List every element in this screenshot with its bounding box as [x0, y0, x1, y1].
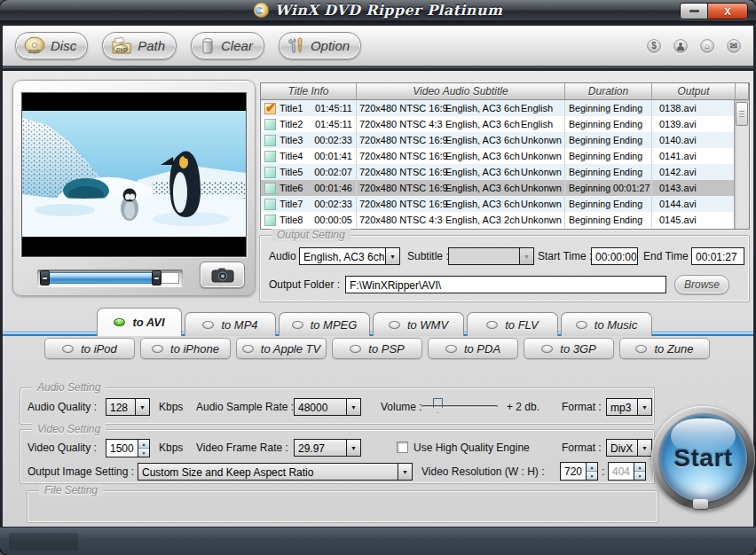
account-icon[interactable] — [673, 39, 688, 53]
table-row[interactable]: Title7 00:02:33 720x480 NTSC 16:9 Englis… — [261, 196, 734, 212]
video-format-select[interactable]: DivX ▼ — [606, 439, 652, 457]
title-status-icon[interactable] — [264, 135, 276, 146]
table-scrollbar[interactable] — [734, 100, 749, 229]
clear-button[interactable]: Clear — [191, 32, 264, 59]
path-button[interactable]: DVD Path — [102, 32, 177, 59]
output-folder-field[interactable]: F:\WinXRipper\AVI\ — [345, 276, 666, 293]
table-row[interactable]: Title4 00:01:41 720x480 NTSC 16:9 Englis… — [261, 148, 734, 164]
title-length: 00:02:33 — [314, 199, 356, 209]
audio-select[interactable]: English, AC3 6ch ▼ — [299, 247, 400, 265]
tab-to-mp4[interactable]: to MP4 — [185, 312, 276, 336]
title-status-icon[interactable] — [264, 119, 276, 130]
table-row[interactable]: Title6 00:01:46 720x480 NTSC 16:9 Englis… — [261, 180, 734, 196]
title-info-cell: Title1 01:45:11 — [261, 100, 357, 116]
table-row[interactable]: Title2 01:45:11 720x480 NTSC 4:3 English… — [261, 116, 734, 132]
audio-format-select[interactable]: mp3 ▼ — [606, 398, 652, 416]
tab-to-3gp[interactable]: to 3GP — [524, 338, 614, 359]
video-audio-subtitle-cell: 720x480 NTSC 16:9 English, AC3 6ch Unkon… — [357, 180, 565, 196]
frame-rate-select[interactable]: 29.97 ▼ — [294, 439, 361, 457]
output-cell: 0139.avi — [652, 116, 736, 132]
output-cell: 0138.avi — [652, 100, 736, 116]
audio-format-label: Format : — [562, 401, 602, 413]
buy-icon[interactable]: $ — [647, 39, 661, 53]
tab-label: to Apple TV — [261, 342, 320, 356]
chevron-down-icon: ▼ — [135, 399, 149, 415]
tab-to-music[interactable]: to Music — [561, 312, 652, 336]
scrollbar-thumb[interactable] — [736, 102, 748, 126]
hq-engine-checkbox[interactable] — [397, 442, 408, 453]
title-length: 00:01:46 — [314, 183, 356, 193]
tab-to-avi[interactable]: to AVI — [97, 308, 182, 336]
tab-led-icon — [350, 345, 361, 353]
tab-to-apple-tv[interactable]: to Apple TV — [236, 338, 327, 359]
sample-rate-select[interactable]: 48000 ▼ — [294, 398, 361, 416]
tab-to-zune[interactable]: to Zune — [619, 338, 710, 359]
disc-button[interactable]: DVD Disc — [15, 32, 88, 59]
close-button[interactable]: X — [708, 4, 747, 19]
tab-to-flv[interactable]: to FLV — [467, 312, 558, 336]
audio-spec: English, AC3 6ch — [445, 167, 521, 177]
mail-icon[interactable]: ✉ — [727, 39, 741, 53]
svg-text:DVD: DVD — [28, 49, 40, 54]
column-header-video-audio-subtitle[interactable]: Video Audio Subtitle — [357, 83, 565, 100]
volume-db-value: + 2 db. — [507, 401, 539, 413]
volume-slider-thumb[interactable] — [433, 398, 443, 413]
table-row[interactable]: Title3 00:02:33 720x480 NTSC 16:9 Englis… — [261, 132, 734, 148]
resolution-separator: : — [602, 465, 604, 478]
start-button-label: Start — [673, 444, 732, 473]
table-row[interactable]: Title8 00:00:05 720x480 NTSC 4:3 English… — [261, 212, 734, 228]
chevron-down-icon: ▼ — [637, 440, 651, 456]
start-time-field[interactable]: 00:00:00 — [591, 247, 638, 265]
tab-to-iphone[interactable]: to iPhone — [140, 338, 231, 359]
table-row[interactable]: Title1 01:45:11 720x480 NTSC 16:9 Englis… — [261, 100, 734, 116]
spinner-arrows-icon[interactable]: ▲▼ — [634, 463, 645, 480]
end-time-field[interactable]: 00:01:27 — [691, 247, 744, 265]
video-format-label: Format : — [562, 442, 602, 454]
tab-to-psp[interactable]: to PSP — [332, 338, 422, 359]
tab-to-mpeg[interactable]: to MPEG — [279, 312, 370, 336]
column-header-title-info[interactable]: Title Info — [261, 83, 357, 100]
title-status-icon[interactable] — [264, 167, 276, 178]
video-preview-screen[interactable] — [21, 92, 247, 257]
resolution-height-spinner[interactable]: 404 ▲▼ — [608, 462, 646, 481]
resolution-width-spinner[interactable]: 720 ▲▼ — [560, 462, 598, 481]
audio-quality-select[interactable]: 128 ▼ — [106, 398, 150, 416]
volume-slider-track[interactable] — [421, 405, 498, 408]
column-header-output[interactable]: Output — [652, 83, 736, 100]
video-audio-subtitle-cell: 720x480 NTSC 4:3 English, AC3 2ch Unkonw… — [357, 212, 565, 228]
output-setting-group: Output Setting Audio : English, AC3 6ch … — [259, 235, 750, 302]
spinner-arrows-icon[interactable]: ▲▼ — [138, 440, 149, 457]
volume-label: Volume : — [381, 401, 422, 413]
browse-button[interactable]: Browse — [674, 275, 729, 294]
window-title: WinX DVD Ripper Platinum — [275, 2, 503, 19]
tab-to-pda[interactable]: to PDA — [428, 338, 518, 359]
title-status-icon[interactable] — [264, 151, 276, 162]
trim-start-handle[interactable] — [40, 270, 50, 285]
title-info-cell: Title8 00:00:05 — [261, 212, 357, 228]
home-icon[interactable]: ⌂ — [700, 39, 714, 53]
subtitle-label: Subtitle : — [407, 250, 449, 262]
tab-led-icon — [202, 321, 214, 329]
title-info-cell: Title3 00:02:33 — [261, 132, 357, 148]
subtitle-select[interactable]: ▼ — [448, 247, 534, 265]
minimize-button[interactable] — [681, 4, 708, 19]
title-status-icon[interactable] — [264, 199, 276, 210]
option-button[interactable]: Option — [279, 32, 361, 59]
title-status-icon[interactable] — [264, 103, 276, 114]
tab-to-wmv[interactable]: to WMV — [373, 312, 464, 336]
chevron-down-icon: ▼ — [346, 399, 360, 415]
trim-end-handle[interactable] — [152, 270, 161, 285]
title-status-icon[interactable] — [264, 183, 276, 194]
start-button[interactable]: Start — [651, 406, 755, 510]
video-quality-spinner[interactable]: 1500 ▲▼ — [106, 439, 150, 457]
table-row[interactable]: Title5 00:02:07 720x480 NTSC 16:9 Englis… — [261, 164, 734, 180]
title-name: Title4 — [280, 151, 312, 161]
tab-led-icon — [152, 345, 163, 353]
output-setting-legend: Output Setting — [272, 229, 350, 241]
title-status-icon[interactable] — [264, 215, 276, 226]
column-header-duration[interactable]: Duration — [565, 83, 652, 100]
spinner-arrows-icon[interactable]: ▲▼ — [586, 463, 597, 480]
tab-to-ipod[interactable]: to iPod — [44, 338, 135, 359]
snapshot-button[interactable] — [200, 262, 245, 288]
image-setting-select[interactable]: Custom Size and Keep Aspect Ratio ▼ — [138, 463, 413, 481]
